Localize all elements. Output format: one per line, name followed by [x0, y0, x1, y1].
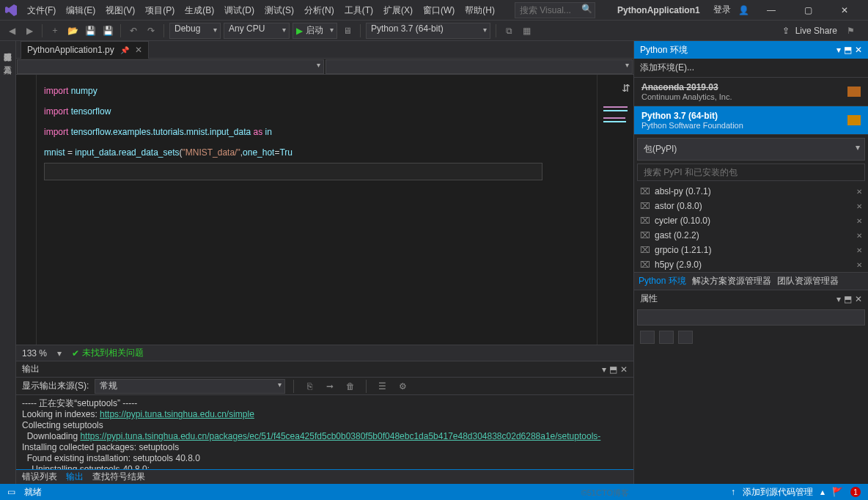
- server-explorer-tab[interactable]: 服务器资源管理器: [2, 44, 13, 50]
- nav-fwd-icon[interactable]: ▶: [22, 23, 37, 38]
- liveshare-button[interactable]: Live Share: [795, 26, 837, 36]
- package-remove-icon[interactable]: ✕: [856, 217, 862, 225]
- package-remove-icon[interactable]: ✕: [856, 232, 862, 240]
- out-copy-icon[interactable]: ⎘: [302, 379, 317, 394]
- save-icon[interactable]: 💾: [83, 23, 98, 38]
- platform-dropdown[interactable]: Any CPU: [224, 23, 290, 39]
- props-cat-icon[interactable]: [640, 331, 655, 344]
- menu-item[interactable]: 生成(B): [180, 0, 219, 21]
- panel-pin-icon[interactable]: ⬒: [609, 364, 617, 375]
- package-item[interactable]: ⌧h5py (2.9.0)✕: [634, 257, 868, 272]
- panel-close-icon[interactable]: ✕: [620, 364, 628, 375]
- menu-item[interactable]: 分析(N): [299, 0, 339, 21]
- user-icon[interactable]: 👤: [738, 5, 749, 15]
- extension-icon[interactable]: ⧉: [501, 23, 516, 38]
- package-remove-icon[interactable]: ✕: [856, 261, 862, 269]
- scope-dropdown[interactable]: [17, 59, 324, 74]
- config-dropdown[interactable]: Debug: [169, 23, 221, 39]
- right-tab-team[interactable]: 团队资源管理器: [777, 275, 839, 287]
- props-close-icon[interactable]: ✕: [855, 294, 862, 304]
- out-goto-icon[interactable]: ➞: [323, 379, 337, 394]
- add-env-link[interactable]: 添加环境(E)...: [634, 59, 868, 78]
- props-sort-icon[interactable]: [659, 331, 674, 344]
- menu-item[interactable]: 文件(F): [22, 0, 61, 21]
- menu-item[interactable]: 扩展(X): [378, 0, 418, 21]
- minimize-button[interactable]: —: [757, 0, 786, 21]
- liveshare-icon[interactable]: ⇪: [782, 26, 790, 36]
- new-icon[interactable]: ＋: [48, 23, 62, 38]
- right-tab-solution[interactable]: 解决方案资源管理器: [692, 275, 771, 287]
- window-icon[interactable]: ▭: [7, 487, 15, 497]
- file-tab[interactable]: PythonApplication1.py 📌 ✕: [21, 41, 149, 59]
- error-list-tab[interactable]: 错误列表: [22, 471, 57, 483]
- close-button[interactable]: ✕: [830, 0, 859, 21]
- package-remove-icon[interactable]: ✕: [856, 202, 862, 210]
- menu-item[interactable]: 帮助(H): [460, 0, 500, 21]
- props-events-icon[interactable]: [678, 331, 693, 344]
- python-env-dropdown[interactable]: Python 3.7 (64-bit): [366, 23, 490, 39]
- output-body[interactable]: ----- 正在安装“setuptools” -----Looking in i…: [16, 395, 633, 469]
- out-wrap-icon[interactable]: ☰: [375, 379, 389, 394]
- output-link[interactable]: https://pypi.tuna.tsinghua.edu.cn/packag…: [80, 431, 600, 441]
- props-object-dropdown[interactable]: [637, 309, 865, 326]
- menu-item[interactable]: 调试(D): [219, 0, 260, 21]
- member-dropdown[interactable]: [326, 59, 633, 74]
- search-icon[interactable]: 🔍: [581, 4, 592, 14]
- right-tab-env[interactable]: Python 环境: [639, 275, 686, 287]
- output-panel: 输出 ▾ ⬒ ✕ 显示输出来源(S): 常规 ⎘ ➞ 🗑 ☰ ⚙ ----- 正…: [16, 361, 633, 469]
- props-menu-icon[interactable]: ▾: [836, 294, 841, 304]
- menu-item[interactable]: 工具(T): [339, 0, 378, 21]
- code-content[interactable]: import numpyimport tensorflowimport tens…: [37, 75, 597, 345]
- open-icon[interactable]: 📂: [65, 23, 80, 38]
- redo-icon[interactable]: ↷: [144, 23, 158, 38]
- package-item[interactable]: ⌧gast (0.2.2)✕: [634, 228, 868, 243]
- pin-icon[interactable]: 📌: [120, 46, 129, 54]
- menu-item[interactable]: 编辑(E): [61, 0, 100, 21]
- menu-item[interactable]: 项目(P): [140, 0, 180, 21]
- zoom-label[interactable]: 133 %: [22, 348, 47, 359]
- login-link[interactable]: 登录: [713, 4, 731, 16]
- output-tab[interactable]: 输出: [66, 471, 84, 483]
- toolbox-tab[interactable]: 工具箱: [2, 57, 13, 63]
- save-all-icon[interactable]: 💾: [100, 23, 115, 38]
- menu-item[interactable]: 视图(V): [100, 0, 140, 21]
- notification-icon[interactable]: 🚩: [832, 487, 843, 497]
- env-item[interactable]: Anaconda 2019.03Continuum Analytics, Inc…: [634, 78, 868, 106]
- env-menu-icon[interactable]: ▾: [836, 45, 841, 55]
- tab-close-icon[interactable]: ✕: [135, 45, 142, 55]
- browser-icon[interactable]: 🖥: [340, 23, 355, 38]
- package-remove-icon[interactable]: ✕: [856, 188, 862, 196]
- output-source-dropdown[interactable]: 常规: [95, 379, 285, 394]
- env-pin-icon[interactable]: ⬒: [844, 45, 852, 55]
- undo-icon[interactable]: ↶: [126, 23, 141, 38]
- minimap[interactable]: ⇵: [597, 75, 633, 345]
- pkg-search-input[interactable]: [637, 163, 865, 181]
- layout-icon[interactable]: ▦: [519, 23, 534, 38]
- package-item[interactable]: ⌧astor (0.8.0)✕: [634, 199, 868, 213]
- maximize-button[interactable]: ▢: [793, 0, 823, 21]
- output-link[interactable]: https://pypi.tuna.tsinghua.edu.cn/simple: [100, 409, 254, 419]
- add-source-control[interactable]: 添加到源代码管理: [743, 486, 813, 499]
- env-item[interactable]: Python 3.7 (64-bit)Python Software Found…: [634, 106, 868, 135]
- panel-menu-icon[interactable]: ▾: [602, 364, 606, 375]
- calendar-icon[interactable]: [847, 115, 861, 125]
- calendar-icon[interactable]: [847, 87, 861, 97]
- feedback-icon[interactable]: ⚑: [843, 23, 858, 38]
- find-symbol-tab[interactable]: 查找符号结果: [92, 471, 145, 483]
- package-item[interactable]: ⌧grpcio (1.21.1)✕: [634, 243, 868, 257]
- out-settings-icon[interactable]: ⚙: [395, 379, 410, 394]
- pkg-source-dropdown[interactable]: 包(PyPI): [637, 138, 865, 161]
- package-item[interactable]: ⌧cycler (0.10.0)✕: [634, 213, 868, 228]
- env-close-icon[interactable]: ✕: [855, 45, 862, 55]
- no-problems-indicator[interactable]: ✔ 未找到相关问题: [72, 347, 144, 359]
- package-item[interactable]: ⌧absl-py (0.7.1)✕: [634, 184, 868, 199]
- package-remove-icon[interactable]: ✕: [856, 246, 862, 254]
- out-clear-icon[interactable]: 🗑: [343, 379, 358, 394]
- split-icon[interactable]: ⇵: [622, 82, 630, 94]
- nav-back-icon[interactable]: ◀: [4, 23, 19, 38]
- menu-item[interactable]: 测试(S): [260, 0, 299, 21]
- code-editor[interactable]: import numpyimport tensorflowimport tens…: [16, 75, 633, 345]
- menu-item[interactable]: 窗口(W): [418, 0, 460, 21]
- props-pin-icon[interactable]: ⬒: [844, 294, 852, 304]
- start-button[interactable]: ▶ 启动: [293, 23, 337, 39]
